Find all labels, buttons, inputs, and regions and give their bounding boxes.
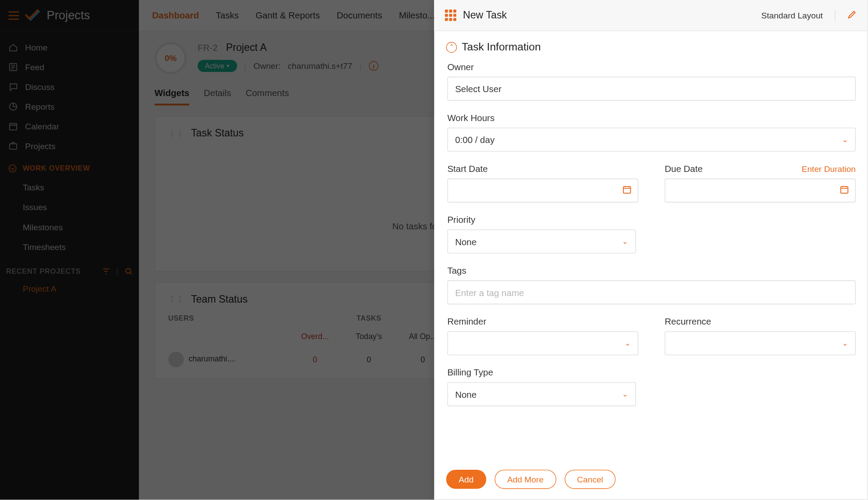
- panel-footer: Add Add More Cancel: [434, 461, 868, 500]
- recurrence-label: Recurrence: [665, 316, 856, 326]
- priority-value: None: [455, 236, 477, 246]
- billing-select[interactable]: None ⌄: [447, 382, 636, 407]
- calendar-icon[interactable]: [622, 185, 632, 196]
- tags-label: Tags: [447, 265, 856, 275]
- start-date-input[interactable]: [447, 179, 638, 203]
- svg-rect-8: [623, 187, 630, 193]
- field-billing: Billing Type None ⌄: [447, 367, 856, 406]
- section-title: Task Information: [462, 41, 541, 54]
- chevron-down-icon: ⌄: [622, 390, 628, 398]
- due-date-label: Due Date: [665, 164, 703, 174]
- layout-label[interactable]: Standard Layout: [761, 11, 823, 20]
- calendar-icon[interactable]: [840, 185, 849, 196]
- panel-body: ⌃ Task Information Owner Select User Wor…: [434, 31, 868, 461]
- due-date-input[interactable]: [665, 179, 856, 203]
- section-header[interactable]: ⌃ Task Information: [446, 41, 856, 54]
- billing-label: Billing Type: [447, 367, 856, 377]
- field-due-date: Due Date Enter Duration: [665, 164, 856, 203]
- reminder-label: Reminder: [447, 316, 638, 326]
- panel-header: New Task Standard Layout: [434, 0, 868, 31]
- new-task-panel: New Task Standard Layout ⌃ Task Informat…: [434, 0, 868, 500]
- field-reminder: Reminder ⌄: [447, 316, 638, 355]
- enter-duration-link[interactable]: Enter Duration: [802, 164, 856, 174]
- field-work-hours: Work Hours 0:00 / day ⌄: [447, 113, 856, 152]
- reminder-select[interactable]: ⌄: [447, 331, 638, 355]
- recurrence-select[interactable]: ⌄: [665, 331, 856, 355]
- add-button[interactable]: Add: [446, 470, 486, 489]
- cancel-button[interactable]: Cancel: [565, 470, 616, 489]
- field-start-date: Start Date: [447, 164, 638, 203]
- svg-rect-9: [841, 187, 848, 193]
- tags-input[interactable]: [455, 281, 848, 304]
- work-hours-select[interactable]: 0:00 / day ⌄: [447, 128, 856, 152]
- field-owner: Owner Select User: [447, 62, 856, 101]
- owner-select[interactable]: Select User: [447, 77, 856, 101]
- priority-select[interactable]: None ⌄: [447, 229, 636, 254]
- task-form: Owner Select User Work Hours 0:00 / day …: [446, 62, 856, 406]
- add-more-button[interactable]: Add More: [494, 470, 556, 489]
- chevron-down-icon: ⌄: [842, 136, 848, 144]
- billing-value: None: [455, 389, 477, 399]
- button-label: Cancel: [577, 475, 603, 484]
- field-tags: Tags: [447, 265, 856, 304]
- collapse-icon: ⌃: [446, 42, 457, 53]
- field-recurrence: Recurrence ⌄: [665, 316, 856, 355]
- chevron-down-icon: ⌄: [622, 237, 628, 246]
- priority-label: Priority: [447, 214, 856, 225]
- start-date-label: Start Date: [447, 164, 638, 174]
- edit-layout-icon[interactable]: [847, 9, 857, 21]
- apps-grid-icon[interactable]: [445, 9, 457, 21]
- field-priority: Priority None ⌄: [447, 214, 856, 254]
- chevron-down-icon: ⌄: [842, 339, 848, 347]
- panel-title: New Task: [463, 9, 507, 21]
- chevron-down-icon: ⌄: [625, 339, 631, 347]
- owner-label: Owner: [447, 62, 856, 72]
- button-label: Add: [459, 475, 473, 484]
- due-date-text[interactable]: [672, 179, 848, 202]
- start-date-text[interactable]: [455, 179, 630, 202]
- owner-value: Select User: [455, 84, 502, 94]
- work-hours-label: Work Hours: [447, 113, 856, 123]
- work-hours-value: 0:00 / day: [455, 135, 494, 145]
- tags-input-wrapper[interactable]: [447, 280, 856, 304]
- button-label: Add More: [507, 475, 544, 484]
